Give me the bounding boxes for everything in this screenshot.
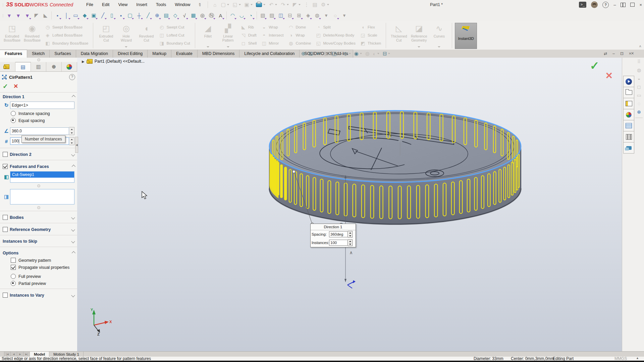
terminal-icon[interactable]: >_: [579, 2, 586, 8]
thicken[interactable]: ◩Thicken: [360, 40, 381, 47]
draft[interactable]: ◹Draft: [240, 32, 257, 39]
sketch-tool-icon-33[interactable]: ◍: [313, 11, 322, 20]
decal-icon[interactable]: ▭: [637, 93, 641, 98]
dropdown-arrow-icon[interactable]: [287, 4, 289, 5]
undo-icon[interactable]: ↶: [267, 1, 279, 9]
swept-cut[interactable]: ◴Swept Cut: [158, 23, 190, 31]
sketch-tool-icon-28[interactable]: ▨: [267, 11, 276, 20]
extruded-boss-base[interactable]: ◳Extruded Boss/Base: [2, 23, 22, 49]
features-faces-section-header[interactable]: Features and Faces: [0, 162, 77, 170]
dropdown-arrow-icon[interactable]: [349, 53, 351, 54]
insert-component-icon[interactable]: ◻: [637, 84, 641, 89]
panel-edge-splitter[interactable]: ◀: [75, 137, 78, 153]
wrap[interactable]: ◑Wrap: [287, 32, 311, 39]
linear-pattern[interactable]: ▞Linear Pattern: [218, 23, 238, 49]
sketch-tool-icon-8[interactable]: ◆: [80, 11, 89, 20]
custom-properties-tab[interactable]: [623, 120, 634, 131]
sketch-tool-icon-34[interactable]: ▾: [322, 11, 331, 20]
edit-appearance-icon[interactable]: ◍: [637, 67, 641, 73]
lofted-cut[interactable]: ◫Lofted Cut: [158, 32, 190, 39]
callout-spacing-spinner[interactable]: [348, 231, 353, 238]
equal-spacing-radio-row[interactable]: Equal spacing: [0, 117, 77, 124]
dropdown-arrow-icon[interactable]: [360, 53, 362, 54]
more-icon[interactable]: ⋮: [302, 1, 311, 9]
expand-arrow-icon[interactable]: ▶: [82, 60, 85, 63]
sketch-tool-icon-15[interactable]: ╱: [144, 11, 153, 20]
toolbar-drag-handle[interactable]: ⋮: [1, 3, 3, 7]
restore-icon[interactable]: [630, 3, 635, 7]
status-units[interactable]: MMGS: [614, 356, 627, 361]
redo-icon[interactable]: ↷: [279, 1, 290, 9]
instances-to-vary-checkbox[interactable]: [3, 293, 8, 298]
select-icon[interactable]: ◤: [290, 1, 302, 9]
tab-mbd-dimensions[interactable]: MBD Dimensions: [198, 50, 240, 58]
dropdown-arrow-icon[interactable]: [338, 53, 340, 54]
split[interactable]: ◔Split: [315, 23, 356, 31]
sketch-tool-icon-22[interactable]: Ⓝ: [207, 11, 216, 20]
feature-tree-flyout[interactable]: ▶ Part1 (Default) <<Default...: [82, 59, 145, 64]
print-icon[interactable]: [254, 1, 267, 9]
faces-to-pattern-list[interactable]: [10, 189, 74, 204]
dropdown-arrow-icon[interactable]: [377, 53, 379, 54]
full-preview-radio[interactable]: [11, 274, 16, 279]
sketch-tool-icon-21[interactable]: ◎: [198, 11, 207, 20]
tab-dimxpertmanager[interactable]: ⊕: [46, 62, 62, 71]
edit-appearance-icon[interactable]: ◍: [364, 51, 371, 57]
full-preview-row[interactable]: Full preview: [0, 273, 77, 280]
menu-edit[interactable]: Edit: [98, 0, 114, 9]
sketch-tool-icon-17[interactable]: ▤: [162, 11, 171, 20]
previous-view-icon[interactable]: ↩: [315, 51, 322, 57]
instance-spacing-radio[interactable]: [11, 111, 16, 116]
boundary-cut[interactable]: ◨Boundary Cut: [158, 40, 190, 47]
angle-field[interactable]: 360.0: [10, 127, 69, 135]
sketch-tool-icon-25[interactable]: ◡: [237, 11, 246, 20]
doc-dock-icon[interactable]: ⇄: [604, 51, 607, 56]
move-copy-bodies[interactable]: ◱Move/Copy Bodies: [315, 40, 356, 47]
status-expand-icon[interactable]: ▲: [636, 356, 639, 360]
geometry-pattern-checkbox[interactable]: [11, 258, 16, 263]
dropdown-arrow-icon[interactable]: [438, 46, 440, 48]
sketch-tool-icon-5[interactable]: •: [53, 11, 62, 20]
sketch-tool-icon-23[interactable]: A: [216, 11, 225, 20]
revolved-cut[interactable]: ◖Revolved Cut: [136, 23, 156, 49]
sketch-tool-icon-11[interactable]: ▯: [107, 11, 116, 20]
sketch-tool-icon-10[interactable]: ╱: [98, 11, 107, 20]
ok-button[interactable]: ✓: [3, 82, 8, 90]
dropdown-arrow-icon[interactable]: [227, 4, 229, 5]
sketch-tool-icon-32[interactable]: ◈: [304, 11, 313, 20]
copy-appearance-icon[interactable]: ◒: [638, 76, 640, 81]
save-icon[interactable]: ▣: [243, 1, 254, 9]
dropdown-arrow-icon[interactable]: [327, 4, 329, 5]
wrap[interactable]: ◒Wrap: [261, 23, 283, 31]
boundary-boss-base[interactable]: ◧Boundary Boss/Base: [44, 40, 88, 47]
partial-preview-radio[interactable]: [11, 281, 16, 286]
rib[interactable]: ◣Rib: [240, 23, 257, 31]
confirmation-ok-button[interactable]: ✓: [590, 59, 600, 72]
menu-insert[interactable]: Insert: [132, 0, 152, 9]
direction2-checkbox[interactable]: [3, 152, 8, 157]
tab-displaymanager[interactable]: [62, 62, 77, 71]
callout-instances-field[interactable]: 100: [329, 240, 348, 246]
thickened-cut[interactable]: ◺Thickened Cut: [389, 23, 409, 49]
tab-featuremanager[interactable]: [0, 62, 15, 71]
dropdown-arrow-icon[interactable]: [263, 4, 265, 5]
instant3d[interactable]: Instant3D: [455, 23, 477, 49]
ribbon-collapse-icon[interactable]: ˄: [639, 44, 641, 48]
sketch-tool-icon-1[interactable]: ▼: [14, 11, 23, 20]
callout-spacing-field[interactable]: 360deg: [329, 231, 348, 237]
reference-geometry-section-header[interactable]: Reference Geometry: [0, 225, 77, 233]
revolved-boss-base[interactable]: ◉Revolved Boss/Base: [22, 23, 42, 49]
tab-direct-editing[interactable]: Direct Editing: [113, 50, 148, 58]
sketch-tool-icon-31[interactable]: ⊞: [294, 11, 304, 20]
open-icon[interactable]: ◱: [231, 1, 243, 9]
appearances-tab[interactable]: [623, 109, 634, 120]
view-settings-icon[interactable]: ⊟: [381, 51, 392, 57]
menu-file[interactable]: File: [82, 0, 98, 9]
direction1-selection-field[interactable]: Edge<1>: [10, 102, 74, 109]
confirmation-cancel-button[interactable]: ✕: [605, 70, 613, 81]
tab-lifecycle-and-collaboration[interactable]: Lifecycle and Collaboration: [239, 50, 300, 58]
zoom-fit-icon[interactable]: ⊕: [300, 51, 307, 57]
toolbar-drag-handle[interactable]: ⋮: [1, 14, 3, 17]
shell[interactable]: ◻Shell: [240, 40, 257, 47]
propagate-visual-properties-row[interactable]: Propagate visual properties: [0, 264, 77, 271]
